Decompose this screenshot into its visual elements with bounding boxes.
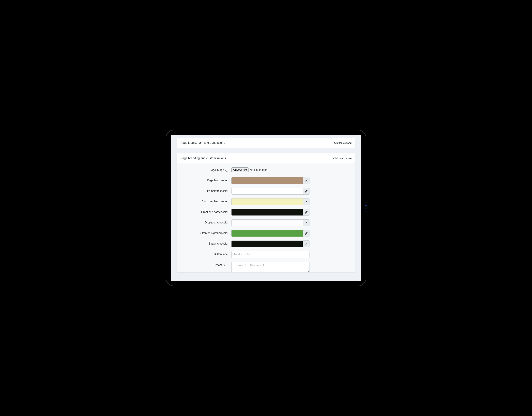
eyedropper-icon [305, 200, 308, 203]
row-button-text-color: Button text color [180, 241, 352, 247]
label-custom-css: Custom CSS [180, 262, 231, 267]
eyedropper-page-background[interactable] [303, 177, 310, 184]
eyedropper-icon [305, 211, 308, 214]
eyedropper-dropzone-text-color[interactable] [303, 219, 310, 226]
swatch-button-background-color[interactable] [231, 230, 303, 237]
label-logo-image: Logo image ? [180, 167, 231, 172]
eyedropper-icon [305, 190, 308, 193]
swatch-button-text-color[interactable] [231, 241, 303, 247]
row-dropzone-text-color: Dropzone text color [180, 219, 352, 226]
button-label-input[interactable] [231, 251, 310, 258]
row-custom-css: Custom CSS [180, 262, 352, 272]
panel-branding: Page branding and customisations - Click… [177, 154, 355, 272]
panel-branding-header[interactable]: Page branding and customisations - Click… [177, 154, 355, 163]
label-button-label: Button label [180, 251, 231, 256]
swatch-dropzone-background[interactable] [231, 198, 303, 205]
eyedropper-icon [305, 232, 308, 235]
file-status: No file chosen [250, 168, 267, 172]
panel-branding-body: Logo image ? Choose file No file chosen … [177, 163, 355, 272]
row-page-background: Page background [180, 177, 352, 184]
panel-branding-toggle[interactable]: - Click to collapse [332, 157, 352, 160]
row-button-background-color: Button background color [180, 230, 352, 237]
eyedropper-dropzone-background[interactable] [303, 198, 310, 205]
label-dropzone-border-color: Dropzone border color [180, 209, 231, 214]
custom-css-textarea[interactable] [231, 262, 310, 272]
screen: Page labels, text, and translations + Cl… [171, 135, 361, 281]
eyedropper-primary-text-color[interactable] [303, 188, 310, 194]
panel-page-labels-header[interactable]: Page labels, text, and translations + Cl… [177, 138, 355, 148]
eyedropper-dropzone-border-color[interactable] [303, 209, 310, 216]
panel-page-labels-title: Page labels, text, and translations [180, 141, 225, 145]
label-logo-image-text: Logo image [210, 169, 224, 172]
tablet-side-indicator [366, 202, 367, 212]
row-dropzone-background: Dropzone background [180, 198, 352, 205]
panel-branding-title: Page branding and customisations [180, 156, 226, 160]
row-button-label: Button label [180, 251, 352, 258]
swatch-page-background[interactable] [231, 177, 303, 184]
panel-page-labels: Page labels, text, and translations + Cl… [177, 138, 355, 148]
row-logo-image: Logo image ? Choose file No file chosen [180, 167, 352, 174]
tablet-frame: Page labels, text, and translations + Cl… [166, 130, 366, 286]
label-dropzone-text-color: Dropzone text color [180, 219, 231, 224]
swatch-dropzone-border-color[interactable] [231, 209, 303, 216]
swatch-dropzone-text-color[interactable] [231, 219, 303, 226]
eyedropper-button-background-color[interactable] [303, 230, 310, 237]
label-page-background: Page background [180, 177, 231, 182]
label-dropzone-background: Dropzone background [180, 198, 231, 203]
eyedropper-icon [305, 179, 308, 182]
label-button-background-color: Button background color [180, 230, 231, 235]
choose-file-button[interactable]: Choose file [231, 167, 249, 172]
row-dropzone-border-color: Dropzone border color [180, 209, 352, 216]
panel-page-labels-toggle[interactable]: + Click to expand [332, 141, 352, 144]
label-primary-text-color: Primary text color [180, 188, 231, 193]
swatch-primary-text-color[interactable] [231, 188, 303, 194]
row-primary-text-color: Primary text color [180, 188, 352, 194]
eyedropper-icon [305, 222, 308, 224]
label-button-text-color: Button text color [180, 241, 231, 245]
eyedropper-icon [305, 242, 308, 245]
eyedropper-button-text-color[interactable] [303, 241, 310, 247]
help-icon[interactable]: ? [225, 169, 228, 172]
